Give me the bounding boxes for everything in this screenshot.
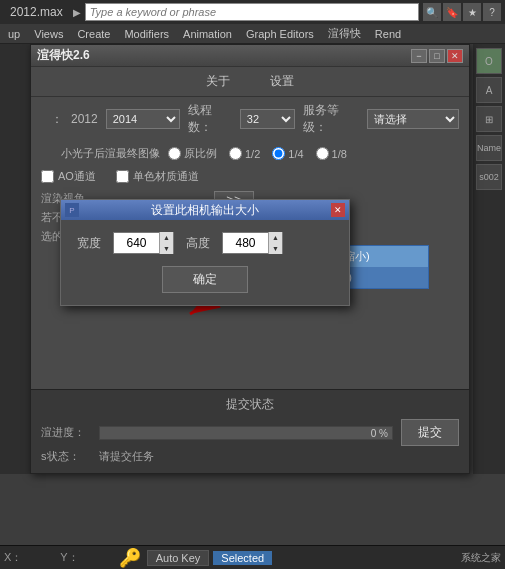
zdk-ratio-label: 小光子后渲最终图像 [61, 146, 160, 161]
zdk-single-material[interactable]: 单色材质通道 [116, 169, 199, 184]
zdk-year-note: ： [51, 111, 63, 128]
y-label: Y： [60, 550, 78, 565]
zdk-ratio-eighth[interactable]: 1/8 [316, 147, 347, 160]
restore-button[interactable]: □ [429, 49, 445, 63]
arrow-icon: ▶ [73, 7, 81, 18]
zdk-ratio-original[interactable]: 原比例 [168, 146, 217, 161]
zdk-about-link[interactable]: 关于 [206, 73, 230, 90]
filename-label: 2012.max [4, 5, 69, 19]
dialog-icon: P [65, 203, 79, 217]
menu-bar: up Views Create Modifiers Animation Grap… [0, 24, 505, 44]
camera-output-close-button[interactable]: ✕ [331, 203, 345, 217]
width-input[interactable] [114, 233, 159, 253]
submit-status-section: 提交状态 渲进度： 0 % 提交 s状态： 请提交任务 [31, 389, 469, 473]
bookmark-icon[interactable]: 🔖 [443, 3, 461, 21]
zdk-thread-select[interactable]: 32 16 8 [240, 109, 296, 129]
key-icon: 🔑 [119, 547, 141, 569]
width-field: ▲ ▼ [113, 232, 174, 254]
menu-item-modifiers[interactable]: Modifiers [118, 26, 175, 42]
height-input[interactable] [223, 233, 268, 253]
sidebar-icon-id[interactable]: s002 [476, 164, 502, 190]
menu-item-up[interactable]: up [2, 26, 26, 42]
submit-button[interactable]: 提交 [401, 419, 459, 446]
zdk-ratio-row: 小光子后渲最终图像 原比例 1/2 1/4 1/8 [31, 141, 469, 166]
search-input[interactable] [85, 3, 419, 21]
help-icon[interactable]: ? [483, 3, 501, 21]
menu-item-views[interactable]: Views [28, 26, 69, 42]
sidebar-icon-2[interactable]: A [476, 77, 502, 103]
zdk-thread-label: 线程数： [188, 102, 232, 136]
left-sidebar [0, 44, 32, 474]
ao-channel-checkbox[interactable] [41, 170, 54, 183]
ratio-quarter-radio[interactable] [272, 147, 285, 160]
menu-item-rend[interactable]: Rend [369, 26, 407, 42]
task-label: s状态： [41, 449, 91, 464]
width-decrement-button[interactable]: ▼ [159, 243, 173, 254]
progress-label: 渲进度： [41, 425, 91, 440]
zdk-service-select[interactable]: 请选择 [367, 109, 459, 129]
zdk-checkbox-row: AO通道 单色材质通道 [31, 166, 469, 187]
height-decrement-button[interactable]: ▼ [268, 243, 282, 254]
width-spinners: ▲ ▼ [159, 232, 173, 254]
width-label: 宽度 [77, 235, 101, 252]
main-area: O A ⊞ Name s002 渲得快2.6 − □ ✕ 关于 设置 ： 201… [0, 44, 505, 569]
height-spinners: ▲ ▼ [268, 232, 282, 254]
zdk-year-select[interactable]: 2014 2013 2012 [106, 109, 180, 129]
zdk-menu-row: 关于 设置 [31, 67, 469, 97]
x-label: X： [4, 550, 22, 565]
watermark-text: 系统之家 [461, 551, 501, 565]
auto-key-button[interactable]: Auto Key [147, 550, 210, 566]
bottom-watermark: 系统之家 [461, 551, 501, 565]
bottom-bar: X： Y： 🔑 Auto Key Selected 系统之家 [0, 545, 505, 569]
height-increment-button[interactable]: ▲ [268, 232, 282, 243]
menu-item-graph-editors[interactable]: Graph Editors [240, 26, 320, 42]
zdk-title: 渲得快2.6 [37, 47, 90, 64]
progress-text: 0 % [371, 427, 388, 441]
camera-output-body: 宽度 ▲ ▼ 高度 ▲ ▼ 确定 [61, 220, 349, 305]
zdk-year-value-label: 2012 [71, 112, 98, 126]
selected-badge: Selected [213, 551, 272, 565]
star-icon[interactable]: ★ [463, 3, 481, 21]
close-button[interactable]: ✕ [447, 49, 463, 63]
ratio-original-radio[interactable] [168, 147, 181, 160]
confirm-button[interactable]: 确定 [162, 266, 248, 293]
search-icon[interactable]: 🔍 [423, 3, 441, 21]
status-title: 提交状态 [41, 396, 459, 413]
zdk-ratio-quarter[interactable]: 1/4 [272, 147, 303, 160]
height-label: 高度 [186, 235, 210, 252]
camera-output-title: 设置此相机输出大小 [79, 202, 331, 219]
zdk-year-row: ： 2012 2014 2013 2012 线程数： 32 16 8 服务等级：… [31, 97, 469, 141]
task-row: s状态： 请提交任务 [41, 449, 459, 464]
task-placeholder: 请提交任务 [99, 449, 154, 464]
dimension-row: 宽度 ▲ ▼ 高度 ▲ ▼ [77, 232, 333, 254]
height-field: ▲ ▼ [222, 232, 283, 254]
progress-row: 渲进度： 0 % 提交 [41, 419, 459, 446]
title-bar-icons: 🔍 🔖 ★ ? [423, 3, 501, 21]
sidebar-icon-name[interactable]: Name [476, 135, 502, 161]
title-bar: 2012.max ▶ 🔍 🔖 ★ ? [0, 0, 505, 24]
menu-item-zdk[interactable]: 渲得快 [322, 24, 367, 43]
zdk-ratio-group: 原比例 1/2 1/4 1/8 [168, 146, 347, 161]
zdk-service-label: 服务等级： [303, 102, 358, 136]
camera-output-titlebar: P 设置此相机输出大小 ✕ [61, 200, 349, 220]
sidebar-icon-3[interactable]: ⊞ [476, 106, 502, 132]
ratio-half-radio[interactable] [229, 147, 242, 160]
progress-bar: 0 % [99, 426, 393, 440]
width-increment-button[interactable]: ▲ [159, 232, 173, 243]
zdk-titlebar: 渲得快2.6 − □ ✕ [31, 45, 469, 67]
camera-output-dialog: P 设置此相机输出大小 ✕ 宽度 ▲ ▼ 高度 ▲ [60, 199, 350, 306]
ratio-eighth-radio[interactable] [316, 147, 329, 160]
zdk-window-controls: − □ ✕ [411, 49, 463, 63]
zdk-ratio-half[interactable]: 1/2 [229, 147, 260, 160]
zdk-settings-link[interactable]: 设置 [270, 73, 294, 90]
right-sidebar: O A ⊞ Name s002 [473, 44, 505, 474]
single-material-checkbox[interactable] [116, 170, 129, 183]
zdk-ao-channel[interactable]: AO通道 [41, 169, 96, 184]
menu-item-create[interactable]: Create [71, 26, 116, 42]
minimize-button[interactable]: − [411, 49, 427, 63]
sidebar-icon-1[interactable]: O [476, 48, 502, 74]
menu-item-animation[interactable]: Animation [177, 26, 238, 42]
